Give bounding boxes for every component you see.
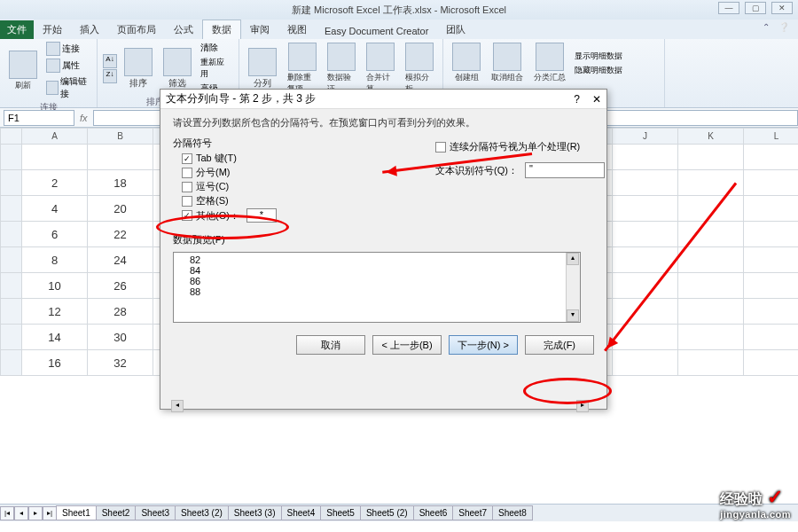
cell[interactable]: 8 (22, 247, 88, 273)
properties-button[interactable]: 属性 (44, 58, 91, 74)
cell[interactable] (613, 273, 678, 299)
cell[interactable] (613, 350, 678, 376)
col-head[interactable]: A (22, 129, 88, 145)
cell[interactable] (744, 222, 799, 247)
cell[interactable]: 22 (88, 222, 153, 247)
cell[interactable]: 26 (88, 273, 153, 299)
cell[interactable]: 20 (88, 196, 153, 222)
cell[interactable]: 18 (88, 170, 153, 196)
dialog-help-icon[interactable]: ? (574, 93, 580, 106)
row-head[interactable] (1, 299, 22, 325)
tab-nav-prev[interactable]: ◂ (14, 506, 28, 520)
row-head[interactable] (1, 222, 22, 247)
tab-review[interactable]: 审阅 (241, 20, 278, 39)
sheet-tab[interactable]: Sheet5 (320, 505, 361, 520)
cell[interactable] (678, 196, 744, 222)
sort-za-icon[interactable]: Z↓ (103, 69, 117, 83)
cell[interactable] (613, 170, 678, 196)
tab-file[interactable]: 文件 (0, 20, 34, 39)
cell[interactable]: 4 (22, 196, 88, 222)
name-box[interactable]: F1 (4, 110, 74, 126)
sheet-tab[interactable]: Sheet4 (281, 505, 322, 520)
sort-az-icon[interactable]: A↓ (103, 54, 117, 68)
cell[interactable]: 28 (88, 299, 153, 325)
refresh-all-button[interactable]: 刷新 (5, 49, 41, 93)
show-detail-button[interactable]: 显示明细数据 (573, 50, 624, 63)
finish-button[interactable]: 完成(F) (525, 335, 594, 355)
cell[interactable] (744, 196, 799, 222)
col-head[interactable]: J (613, 129, 678, 145)
cell[interactable] (678, 170, 744, 196)
ungroup-button[interactable]: 取消组合 (488, 41, 527, 85)
tab-nav-last[interactable]: ▸| (43, 506, 57, 520)
cell[interactable]: 2 (22, 170, 88, 196)
cell[interactable] (613, 222, 678, 247)
cell[interactable] (678, 247, 744, 273)
close-window-button[interactable]: ✕ (771, 2, 793, 14)
cancel-button[interactable]: 取消 (296, 335, 365, 355)
cell[interactable] (678, 222, 744, 247)
tab-formula[interactable]: 公式 (165, 20, 202, 39)
subtotal-button[interactable]: 分类汇总 (530, 41, 569, 85)
cell[interactable] (678, 350, 744, 376)
dialog-close-icon[interactable]: ✕ (592, 93, 601, 106)
col-head[interactable]: B (88, 129, 153, 145)
cell[interactable] (744, 325, 799, 350)
cell[interactable] (613, 299, 678, 325)
preview-scroll-down[interactable]: ▾ (567, 309, 579, 322)
cell[interactable] (744, 350, 799, 376)
row-head[interactable] (1, 273, 22, 299)
cell[interactable] (678, 145, 744, 170)
sheet-tab[interactable]: Sheet6 (413, 505, 454, 520)
tab-home[interactable]: 开始 (34, 20, 71, 39)
cell[interactable] (613, 247, 678, 273)
cell[interactable]: 14 (22, 325, 88, 350)
cell[interactable]: 12 (22, 299, 88, 325)
cell[interactable]: 10 (22, 273, 88, 299)
sheet-tab[interactable]: Sheet3 (135, 505, 176, 520)
cell[interactable] (744, 273, 799, 299)
sheet-tab[interactable]: Sheet7 (452, 505, 493, 520)
text-to-columns-button[interactable]: 分列 (245, 46, 280, 91)
tab-data[interactable]: 数据 (202, 20, 241, 39)
tab-nav-first[interactable]: |◂ (0, 506, 14, 520)
cell[interactable] (22, 145, 88, 170)
cell[interactable] (678, 273, 744, 299)
back-button[interactable]: < 上一步(B) (372, 335, 442, 355)
cell[interactable]: 16 (22, 350, 88, 376)
delim-comma-checkbox[interactable]: 逗号(C) (182, 180, 594, 193)
preview-scroll-left[interactable]: ◂ (171, 400, 184, 412)
row-head[interactable] (1, 170, 22, 196)
text-qualifier-combo[interactable]: " (525, 162, 605, 178)
cell[interactable]: 24 (88, 247, 153, 273)
cell[interactable]: 30 (88, 325, 153, 350)
next-button[interactable]: 下一步(N) > (449, 335, 518, 355)
cell[interactable]: 6 (22, 222, 88, 247)
max-button[interactable]: ▢ (745, 2, 766, 14)
filter-button[interactable]: 筛选 (160, 46, 195, 91)
row-head[interactable] (1, 145, 22, 170)
sort-button[interactable]: 排序 (121, 46, 156, 91)
reapply-button[interactable]: 重新应用 (199, 56, 233, 81)
hide-detail-button[interactable]: 隐藏明细数据 (573, 64, 624, 77)
min-button[interactable]: — (718, 2, 739, 14)
connections-button[interactable]: 连接 (44, 41, 91, 57)
treat-consecutive-checkbox[interactable]: 连续分隔符号视为单个处理(R) (435, 140, 605, 153)
row-head[interactable] (1, 196, 22, 222)
cell[interactable] (744, 170, 799, 196)
sheet-tab[interactable]: Sheet1 (56, 505, 97, 520)
sheet-tab[interactable]: Sheet2 (96, 505, 137, 520)
delim-space-checkbox[interactable]: 空格(S) (182, 194, 594, 207)
row-head[interactable] (1, 325, 22, 350)
tab-edc[interactable]: Easy Document Creator (316, 23, 437, 39)
clear-button[interactable]: 清除 (199, 41, 233, 55)
row-head[interactable] (1, 247, 22, 273)
tab-layout[interactable]: 页面布局 (108, 20, 165, 39)
sheet-tab[interactable]: Sheet3 (3) (228, 505, 282, 520)
preview-scroll-up[interactable]: ▴ (567, 253, 579, 265)
cell[interactable] (613, 145, 678, 170)
cell[interactable] (613, 196, 678, 222)
cell[interactable] (678, 325, 744, 350)
delim-other-checkbox[interactable]: ✓其他(O)：* (182, 208, 594, 223)
tab-insert[interactable]: 插入 (71, 20, 108, 39)
